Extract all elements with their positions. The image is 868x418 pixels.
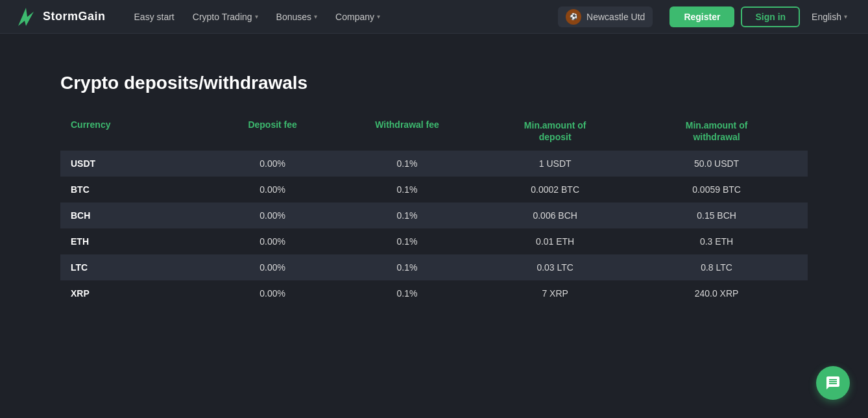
cell-min-withdrawal: 0.3 ETH [636,236,797,247]
cell-min-withdrawal: 0.15 BCH [636,210,797,221]
table-row: USDT 0.00% 0.1% 1 USDT 50.0 USDT [60,151,808,177]
cell-withdrawal-fee: 0.1% [340,158,474,169]
sponsor-crest: ⚽ [566,9,581,25]
stormgain-logo-icon [16,6,36,27]
logo[interactable]: StormGain [16,6,106,27]
cell-currency: ETH [71,236,205,247]
cell-currency: XRP [71,288,205,299]
table-row: LTC 0.00% 0.1% 0.03 LTC 0.8 LTC [60,254,808,280]
table-header: Currency Deposit fee Withdrawal fee Min.… [60,114,808,148]
language-label: English [812,12,841,22]
sign-in-button[interactable]: Sign in [741,6,800,27]
cell-min-deposit: 0.03 LTC [474,262,636,273]
th-deposit-fee: Deposit fee [205,119,339,143]
cell-withdrawal-fee: 0.1% [340,236,474,247]
table-row: ETH 0.00% 0.1% 0.01 ETH 0.3 ETH [60,228,808,254]
chat-icon [825,375,841,391]
cell-deposit-fee: 0.00% [205,184,339,195]
cell-withdrawal-fee: 0.1% [340,288,474,299]
main-content: Crypto deposits/withdrawals Currency Dep… [45,34,823,332]
nav-company[interactable]: Company ▾ [328,8,388,26]
cell-min-deposit: 0.0002 BTC [474,184,636,195]
table-row: XRP 0.00% 0.1% 7 XRP 240.0 XRP [60,280,808,306]
cell-min-withdrawal: 240.0 XRP [636,288,797,299]
cell-min-deposit: 7 XRP [474,288,636,299]
svg-marker-0 [18,8,34,26]
language-chevron: ▾ [844,13,847,20]
cell-withdrawal-fee: 0.1% [340,184,474,195]
crypto-trading-chevron: ▾ [255,13,258,20]
cell-min-withdrawal: 50.0 USDT [636,158,797,169]
cell-currency: BTC [71,184,205,195]
cell-currency: LTC [71,262,205,273]
nav-bonuses[interactable]: Bonuses ▾ [269,8,325,26]
cell-min-deposit: 1 USDT [474,158,636,169]
table-body: USDT 0.00% 0.1% 1 USDT 50.0 USDT BTC 0.0… [60,151,808,306]
th-currency: Currency [71,119,205,143]
nav-links: Easy start Crypto Trading ▾ Bonuses ▾ Co… [127,8,559,26]
sponsor-badge[interactable]: ⚽ Newcastle Utd [558,6,653,27]
th-min-withdrawal: Min.amount ofwithdrawal [636,119,797,143]
cell-withdrawal-fee: 0.1% [340,210,474,221]
company-chevron: ▾ [377,13,380,20]
cell-deposit-fee: 0.00% [205,210,339,221]
cell-deposit-fee: 0.00% [205,158,339,169]
cell-deposit-fee: 0.00% [205,288,339,299]
table-row: BTC 0.00% 0.1% 0.0002 BTC 0.0059 BTC [60,177,808,203]
cell-deposit-fee: 0.00% [205,262,339,273]
cell-withdrawal-fee: 0.1% [340,262,474,273]
page-title: Crypto deposits/withdrawals [60,73,808,93]
nav-right: ⚽ Newcastle Utd Register Sign in English… [558,6,852,27]
th-min-deposit: Min.amount ofdeposit [474,119,636,143]
chat-button[interactable] [816,366,850,400]
cell-min-deposit: 0.006 BCH [474,210,636,221]
cell-currency: USDT [71,158,205,169]
cell-min-withdrawal: 0.0059 BTC [636,184,797,195]
th-withdrawal-fee: Withdrawal fee [340,119,474,143]
bonuses-chevron: ▾ [314,13,317,20]
sponsor-name: Newcastle Utd [586,12,645,22]
register-button[interactable]: Register [669,6,734,27]
cell-deposit-fee: 0.00% [205,236,339,247]
cell-currency: BCH [71,210,205,221]
cell-min-withdrawal: 0.8 LTC [636,262,797,273]
language-selector[interactable]: English ▾ [806,9,852,25]
brand-name: StormGain [43,10,106,23]
cell-min-deposit: 0.01 ETH [474,236,636,247]
navbar: StormGain Easy start Crypto Trading ▾ Bo… [0,0,868,34]
nav-easy-start[interactable]: Easy start [127,8,182,26]
nav-crypto-trading[interactable]: Crypto Trading ▾ [185,8,266,26]
table-row: BCH 0.00% 0.1% 0.006 BCH 0.15 BCH [60,203,808,228]
crypto-table: Currency Deposit fee Withdrawal fee Min.… [60,114,808,306]
